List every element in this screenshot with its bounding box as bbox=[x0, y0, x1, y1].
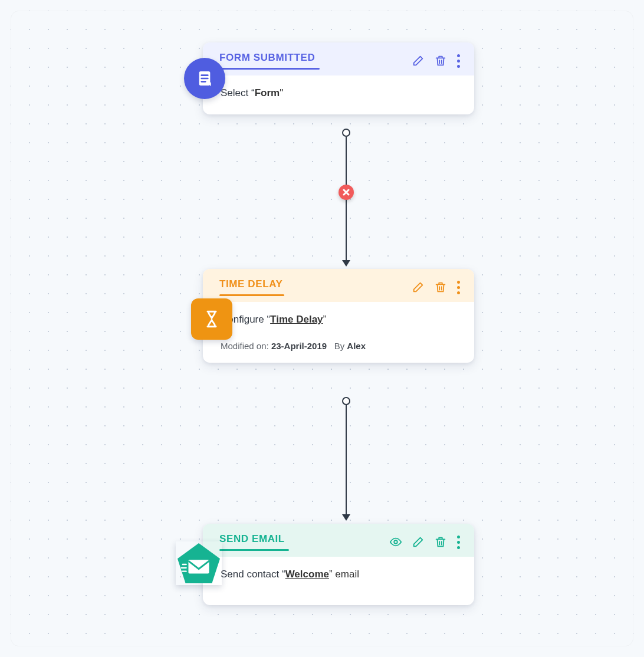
node-actions bbox=[411, 280, 461, 294]
pencil-icon bbox=[412, 281, 425, 294]
node-meta: Modified on: 23-April-2019 By Alex bbox=[203, 341, 474, 363]
node-body: Select “Form" bbox=[203, 75, 474, 114]
trash-icon bbox=[434, 54, 447, 67]
trash-icon bbox=[434, 536, 447, 548]
modified-date: 23-April-2019 bbox=[271, 341, 327, 351]
by-label: By bbox=[334, 341, 345, 351]
delete-button[interactable] bbox=[433, 535, 448, 549]
connector-arrow bbox=[342, 514, 350, 521]
body-text-suffix: ” email bbox=[329, 569, 359, 580]
node-time-delay[interactable]: TIME DELAY Configure “Time Delay” Modifi… bbox=[203, 269, 474, 363]
node-actions bbox=[389, 535, 461, 549]
pencil-icon bbox=[412, 536, 425, 548]
node-header: TIME DELAY bbox=[203, 269, 474, 302]
delay-badge bbox=[191, 298, 232, 340]
connector-delay-to-email bbox=[342, 397, 350, 521]
more-menu-button[interactable] bbox=[456, 536, 461, 549]
node-title: TIME DELAY bbox=[219, 278, 282, 296]
connector-arrow bbox=[342, 260, 350, 267]
body-text-suffix: ” bbox=[323, 314, 327, 325]
workflow-canvas[interactable]: FORM SUBMITTED Select “Form" TIME DELAY bbox=[11, 11, 633, 646]
body-text-prefix: Select “ bbox=[221, 87, 255, 98]
node-body: Configure “Time Delay” bbox=[203, 302, 474, 341]
node-send-email[interactable]: SEND EMAIL Send contact “Welcome” email bbox=[203, 524, 474, 605]
body-text-em[interactable]: Welcome bbox=[285, 569, 329, 580]
edit-button[interactable] bbox=[411, 280, 425, 294]
node-title: FORM SUBMITTED bbox=[219, 52, 315, 70]
edit-button[interactable] bbox=[411, 535, 425, 549]
close-icon bbox=[343, 189, 350, 196]
svg-rect-3 bbox=[188, 560, 209, 573]
node-body: Send contact “Welcome” email bbox=[203, 557, 474, 605]
more-menu-button[interactable] bbox=[456, 54, 461, 68]
edit-button[interactable] bbox=[411, 54, 425, 68]
body-text-em: Form bbox=[255, 87, 280, 98]
delete-button[interactable] bbox=[433, 280, 448, 294]
body-text-prefix: Send contact “ bbox=[221, 569, 285, 580]
connector-start-dot[interactable] bbox=[342, 129, 350, 137]
remove-connector-button[interactable] bbox=[339, 185, 354, 200]
hourglass-icon bbox=[202, 309, 222, 329]
node-form-submitted[interactable]: FORM SUBMITTED Select “Form" bbox=[203, 42, 474, 114]
delete-button[interactable] bbox=[433, 54, 448, 68]
svg-point-1 bbox=[394, 540, 397, 544]
more-menu-button[interactable] bbox=[456, 281, 461, 294]
node-header: FORM SUBMITTED bbox=[203, 42, 474, 75]
node-actions bbox=[411, 54, 461, 68]
trash-icon bbox=[434, 281, 447, 294]
modified-label: Modified on: bbox=[221, 341, 269, 351]
node-title: SEND EMAIL bbox=[219, 533, 285, 551]
form-badge bbox=[184, 58, 225, 99]
node-header: SEND EMAIL bbox=[203, 524, 474, 557]
connector-start-dot[interactable] bbox=[342, 397, 350, 405]
body-text-suffix: " bbox=[280, 87, 283, 98]
body-text-em[interactable]: Time Delay bbox=[270, 314, 323, 325]
document-icon bbox=[195, 69, 214, 88]
by-name: Alex bbox=[347, 341, 366, 351]
connector-line bbox=[346, 405, 347, 514]
eye-icon bbox=[389, 536, 402, 548]
email-badge bbox=[176, 541, 222, 585]
envelope-pentagon-icon bbox=[176, 541, 222, 585]
view-button[interactable] bbox=[389, 535, 403, 549]
pencil-icon bbox=[412, 54, 425, 67]
connector-form-to-delay bbox=[342, 129, 350, 267]
